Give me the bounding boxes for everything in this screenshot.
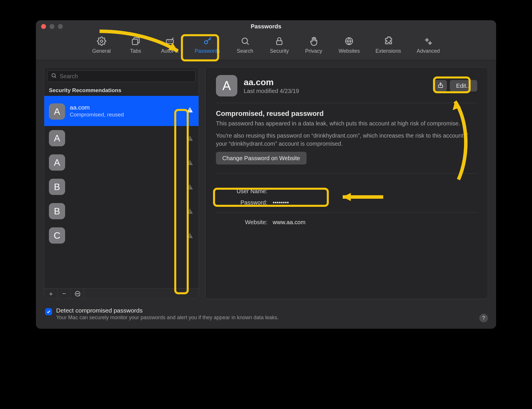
tab-label: Search bbox=[237, 48, 253, 54]
svg-point-10 bbox=[190, 111, 190, 112]
footer-title: Detect compromised passwords bbox=[56, 307, 279, 314]
username-value[interactable] bbox=[273, 188, 472, 195]
search-input[interactable] bbox=[60, 73, 192, 80]
gear-icon bbox=[96, 36, 107, 46]
tab-websites[interactable]: Websites bbox=[336, 35, 362, 55]
detail-title: aa.com bbox=[244, 77, 428, 87]
warning-body: This password has appeared in a data lea… bbox=[216, 119, 477, 127]
password-row[interactable]: A bbox=[44, 126, 199, 150]
warning-icon bbox=[186, 183, 193, 190]
svg-rect-1 bbox=[132, 39, 138, 45]
password-list[interactable]: A aa.com Compromised, reused A bbox=[44, 96, 199, 288]
detail-subtitle: Last modified 4/23/19 bbox=[244, 88, 428, 94]
divider bbox=[216, 103, 477, 103]
content-area: Security Recommendations A aa.com Compro… bbox=[36, 60, 496, 304]
svg-point-15 bbox=[190, 237, 190, 238]
svg-point-18 bbox=[77, 293, 78, 294]
tab-search[interactable]: Search bbox=[234, 35, 257, 55]
svg-rect-5 bbox=[277, 41, 282, 45]
change-password-button[interactable]: Change Password on Website bbox=[216, 152, 307, 165]
site-avatar: A bbox=[49, 130, 65, 146]
password-row[interactable]: C bbox=[44, 223, 199, 248]
site-avatar: A bbox=[49, 103, 65, 120]
website-label: Website: bbox=[221, 219, 267, 226]
warning-icon bbox=[186, 159, 193, 166]
svg-point-11 bbox=[190, 139, 190, 140]
password-row[interactable]: A aa.com Compromised, reused bbox=[44, 96, 199, 126]
more-button[interactable] bbox=[71, 289, 84, 299]
svg-point-9 bbox=[52, 74, 55, 77]
share-icon bbox=[437, 82, 444, 90]
tab-extensions[interactable]: Extensions bbox=[373, 35, 403, 55]
password-row[interactable]: A bbox=[44, 150, 199, 175]
warning-icon bbox=[186, 208, 193, 215]
tab-privacy[interactable]: Privacy bbox=[302, 35, 325, 55]
svg-point-4 bbox=[242, 38, 247, 43]
tab-label: Websites bbox=[339, 48, 360, 54]
warning-icon bbox=[186, 232, 193, 239]
detect-compromised-checkbox[interactable] bbox=[45, 308, 52, 315]
site-avatar: C bbox=[49, 227, 65, 244]
add-button[interactable]: ＋ bbox=[44, 289, 58, 299]
tab-advanced[interactable]: Advanced bbox=[414, 35, 442, 55]
site-avatar: A bbox=[49, 154, 65, 171]
svg-point-19 bbox=[78, 293, 79, 294]
footer-subtitle: Your Mac can securely monitor your passw… bbox=[56, 315, 279, 321]
svg-point-13 bbox=[190, 188, 190, 189]
password-label: Password: bbox=[221, 199, 267, 206]
tab-label: Security bbox=[270, 48, 289, 54]
key-icon bbox=[202, 36, 213, 46]
tab-passwords[interactable]: Passwords bbox=[192, 35, 223, 55]
password-list-sidebar: Security Recommendations A aa.com Compro… bbox=[44, 67, 199, 299]
section-header: Security Recommendations bbox=[44, 84, 199, 96]
edit-button[interactable]: Edit... bbox=[450, 80, 477, 92]
tab-label: General bbox=[92, 48, 111, 54]
lock-icon bbox=[274, 36, 285, 46]
help-button[interactable]: ? bbox=[479, 314, 488, 322]
tab-autofill[interactable]: AutoFill bbox=[158, 35, 181, 55]
tab-label: Advanced bbox=[417, 48, 440, 54]
window-title: Passwords bbox=[36, 23, 496, 30]
warning-heading: Compromised, reused password bbox=[216, 109, 477, 118]
row-title: aa.com bbox=[70, 104, 194, 111]
password-row[interactable]: B bbox=[44, 199, 199, 223]
tabs-icon bbox=[131, 36, 141, 46]
site-avatar: B bbox=[49, 179, 65, 195]
tab-label: Extensions bbox=[375, 48, 401, 54]
hand-icon bbox=[309, 36, 319, 46]
tab-label: AutoFill bbox=[161, 48, 179, 54]
svg-point-8 bbox=[429, 42, 431, 44]
footer: Detect compromised passwords Your Mac ca… bbox=[36, 304, 496, 329]
remove-button[interactable]: − bbox=[58, 289, 71, 299]
svg-point-17 bbox=[76, 293, 77, 294]
warning-icon bbox=[186, 106, 193, 113]
site-avatar: B bbox=[49, 203, 65, 219]
password-value[interactable]: •••••••• bbox=[273, 199, 472, 206]
detail-avatar: A bbox=[216, 75, 237, 96]
search-field[interactable] bbox=[47, 70, 196, 82]
username-label: User Name: bbox=[221, 188, 267, 195]
preferences-window: Passwords General Tabs AutoFill Passwor bbox=[36, 20, 496, 329]
tab-tabs[interactable]: Tabs bbox=[124, 35, 147, 55]
search-icon bbox=[240, 36, 250, 46]
password-detail-pane: A aa.com Last modified 4/23/19 Edit... bbox=[205, 67, 488, 299]
autofill-icon bbox=[165, 36, 175, 46]
tab-security[interactable]: Security bbox=[268, 35, 291, 55]
row-subtitle: Compromised, reused bbox=[70, 112, 194, 118]
warning-body: You're also reusing this password on “dr… bbox=[216, 132, 477, 148]
tab-label: Tabs bbox=[130, 48, 141, 54]
tab-general[interactable]: General bbox=[90, 35, 113, 55]
tab-label: Privacy bbox=[305, 48, 322, 54]
divider bbox=[216, 173, 477, 174]
share-button[interactable] bbox=[434, 80, 447, 92]
website-value[interactable]: www.aa.com bbox=[273, 219, 472, 226]
svg-point-12 bbox=[190, 164, 190, 165]
svg-point-0 bbox=[100, 40, 103, 42]
password-row[interactable]: B bbox=[44, 175, 199, 199]
titlebar: Passwords bbox=[36, 20, 496, 32]
svg-point-14 bbox=[190, 212, 190, 213]
puzzle-icon bbox=[383, 36, 393, 46]
search-icon bbox=[51, 73, 57, 80]
change-password-label: Change Password on Website bbox=[222, 155, 300, 162]
divider bbox=[216, 212, 477, 213]
